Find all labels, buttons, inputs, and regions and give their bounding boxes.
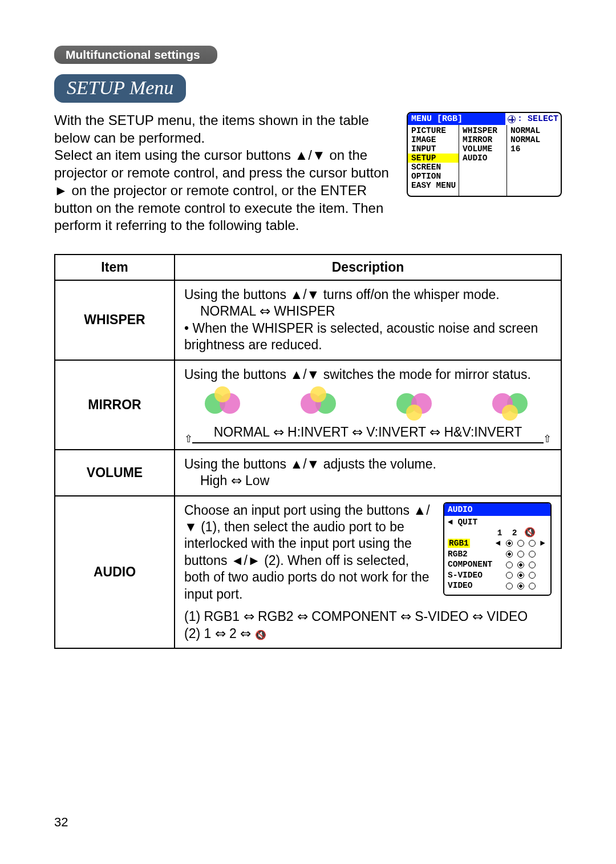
arrow-up-icon: ⇧ (184, 433, 193, 446)
intro-text: With the SETUP menu, the items shown in … (54, 112, 395, 235)
osd-menu-item: EASY MENU (411, 181, 455, 190)
audio-osd-row: COMPONENT (448, 559, 547, 570)
item-audio: AUDIO (55, 496, 175, 649)
osd-setting-value (510, 154, 557, 163)
audio-osd-header-row: 12🔇 (448, 528, 547, 539)
svg-point-5 (310, 386, 326, 402)
svg-point-2 (214, 386, 230, 402)
osd-setting-value: NORMAL (510, 126, 557, 135)
audio-text: Choose an input port using the buttons ▲… (184, 502, 435, 603)
radio-empty-icon (517, 551, 524, 558)
table-row: WHISPER Using the buttons ▲/▼ turns off/… (55, 280, 561, 360)
col-desc: Description (175, 255, 561, 280)
svg-point-11 (502, 405, 518, 421)
radio-empty-icon (529, 583, 536, 590)
radio-empty-icon (506, 562, 513, 568)
audio-osd-row: RGB2 (448, 549, 547, 560)
item-whisper: WHISPER (55, 280, 175, 360)
table-row: VOLUME Using the buttons ▲/▼ adjusts the… (55, 450, 561, 496)
osd-menu-screenshot: MENU [RGB] : SELECT PICTUREIMAGEINPUTSET… (407, 112, 562, 197)
dpad-icon (508, 115, 516, 123)
radio-selected-icon (506, 540, 513, 547)
page-title: SETUP Menu (54, 74, 186, 103)
radio-selected-icon (517, 562, 524, 568)
radio-selected-icon (517, 583, 524, 590)
mute-icon: 🔇 (255, 631, 266, 640)
osd-menu-item: IMAGE (411, 135, 455, 144)
desc-whisper: Using the buttons ▲/▼ turns off/on the w… (175, 280, 561, 360)
radio-empty-icon (529, 540, 536, 547)
desc-audio: Choose an input port using the buttons ▲… (175, 496, 561, 649)
cycle-line: ⇧ ⇧ (192, 442, 544, 443)
osd-select-hint: : SELECT (505, 113, 561, 125)
osd-setting-label: AUDIO (463, 154, 503, 163)
settings-table: Item Description WHISPER Using the butto… (54, 254, 562, 649)
osd-setting-label: MIRROR (463, 135, 503, 144)
manual-page: Multifunctional settings SETUP Menu With… (0, 0, 616, 864)
osd-menu-item: SCREEN (411, 163, 455, 172)
osd-menu-item: INPUT (411, 144, 455, 154)
arrow-up-icon: ⇧ (543, 433, 552, 446)
item-mirror: MIRROR (55, 360, 175, 450)
item-volume: VOLUME (55, 450, 175, 496)
osd-setting-label: WHISPER (463, 126, 503, 135)
mirror-graphics (184, 383, 552, 424)
col-item: Item (55, 255, 175, 280)
osd-setting-label: VOLUME (463, 144, 503, 154)
audio-osd-screenshot: AUDIO ◄ QUIT12🔇RGB1◄ ►RGB2 COMPONENT S-V… (443, 502, 552, 596)
mirror-hinvert-icon (297, 386, 343, 421)
radio-empty-icon (529, 572, 536, 579)
audio-osd-row: RGB1◄ ► (448, 538, 547, 549)
mute-icon: 🔇 (524, 528, 536, 538)
osd-right-col: NORMALNORMAL16 (507, 125, 561, 196)
table-row: MIRROR Using the buttons ▲/▼ switches th… (55, 360, 561, 450)
mirror-normal-icon (201, 386, 247, 421)
audio-osd-row: VIDEO (448, 580, 547, 591)
table-row: AUDIO Choose an input port using the but… (55, 496, 561, 649)
audio-osd-title: AUDIO (444, 503, 550, 516)
osd-menu-item: OPTION (411, 172, 455, 181)
radio-empty-icon (506, 583, 513, 590)
breadcrumb: Multifunctional settings (54, 46, 217, 64)
osd-mid-col: WHISPERMIRRORVOLUMEAUDIO (459, 125, 507, 196)
audio-osd-row: S-VIDEO (448, 570, 547, 581)
osd-left-col: PICTUREIMAGEINPUTSETUPSCREENOPTIONEASY M… (408, 125, 459, 196)
desc-volume: Using the buttons ▲/▼ adjusts the volume… (175, 450, 561, 496)
desc-mirror: Using the buttons ▲/▼ switches the mode … (175, 360, 561, 450)
radio-empty-icon (529, 551, 536, 558)
osd-setting-value: 16 (510, 144, 557, 154)
radio-empty-icon (529, 562, 536, 568)
mirror-hvinvert-icon (489, 386, 534, 421)
radio-empty-icon (506, 572, 513, 579)
svg-point-8 (406, 405, 422, 421)
osd-setting-value: NORMAL (510, 135, 557, 144)
page-number: 32 (54, 815, 68, 830)
osd-title: MENU [RGB] (408, 113, 505, 125)
osd-menu-item: SETUP (408, 154, 459, 163)
radio-selected-icon (506, 551, 513, 558)
radio-empty-icon (517, 540, 524, 547)
mirror-vinvert-icon (393, 386, 439, 421)
audio-osd-quit: ◄ QUIT (448, 517, 547, 528)
osd-menu-item: PICTURE (411, 126, 455, 135)
radio-selected-icon (517, 572, 524, 579)
